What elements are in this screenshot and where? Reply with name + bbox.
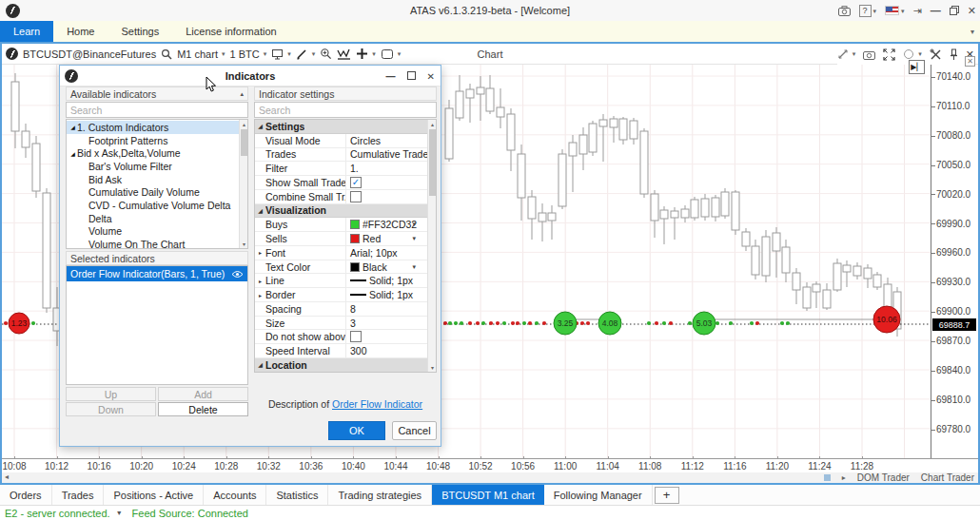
settings-row-font[interactable]: ▸FontArial; 10px [255, 246, 427, 260]
settings-search-input[interactable] [254, 102, 437, 118]
workspace-tab-following-manager[interactable]: Following Manager [544, 485, 653, 505]
dialog-title-bar[interactable]: Indicators — ✕ [60, 66, 441, 87]
close-icon[interactable]: ✕ [968, 6, 976, 16]
resize-arrows-icon[interactable]: ▾ [837, 48, 856, 60]
maximize-icon[interactable] [407, 71, 416, 82]
tree-item-1-custom-indicators[interactable]: ◢1. Custom Indicators [67, 121, 239, 134]
row-expander-icon[interactable]: ▸ [255, 292, 265, 299]
add-button[interactable]: Add [158, 387, 248, 401]
zoom-in-icon[interactable] [320, 48, 332, 60]
scroll-down-icon[interactable]: ▾ [428, 364, 437, 371]
ribbon-tab-home[interactable]: Home [53, 21, 108, 42]
workspace-tab-orders[interactable]: Orders [0, 485, 52, 505]
dropdown-icon[interactable]: ▾ [412, 235, 416, 242]
workspace-tab-btcusdt-m1-chart[interactable]: BTCUSDT M1 chart [432, 485, 544, 505]
settings-row-line[interactable]: ▸LineSolid; 1px [255, 274, 427, 288]
setting-value[interactable]: 3 [345, 317, 427, 330]
checkbox[interactable]: ✓ [350, 177, 362, 188]
camera-icon[interactable] [863, 49, 875, 60]
workspace-tab-trades[interactable]: Trades [52, 485, 105, 505]
indicator-description-link[interactable]: Order Flow Indicator [332, 398, 422, 410]
workspace-tab-statistics[interactable]: Statistics [266, 485, 328, 505]
language-flag-icon[interactable]: ▾ [885, 6, 905, 15]
tree-expander-icon[interactable]: ◢ [69, 150, 77, 157]
chart-scrollbar[interactable]: ◂ ▸ DOM Trader Chart Trader [2, 472, 978, 483]
setting-value[interactable]: 300 [345, 344, 427, 357]
scroll-left-icon[interactable]: ◂ [5, 472, 9, 481]
tree-item-footprint-patterns[interactable]: Footprint Patterns [67, 134, 239, 147]
setting-value[interactable] [345, 330, 427, 343]
settings-group-location[interactable]: ◢Location [255, 358, 427, 373]
square-icon[interactable]: ▾ [381, 48, 402, 60]
ribbon-tab-settings[interactable]: Settings [108, 21, 172, 42]
setting-value[interactable] [345, 190, 427, 203]
cancel-button[interactable]: Cancel [392, 421, 437, 440]
settings-scrollbar[interactable]: ▴ ▾ [427, 120, 436, 372]
scroll-up-icon[interactable]: ▴ [240, 121, 248, 127]
setting-value[interactable]: 8 [345, 302, 427, 316]
settings-row-do-not-show-abov-[interactable]: Do not show abov... [255, 330, 427, 344]
tree-item-bar-s-volume-filter[interactable]: Bar's Volume Filter [67, 160, 239, 173]
tree-expander-icon[interactable]: ◢ [69, 124, 77, 130]
workspace-tab-positions-active[interactable]: Positions - Active [104, 485, 204, 505]
ribbon-collapse-icon[interactable]: ▾ [970, 28, 974, 36]
row-expander-icon[interactable]: ▸ [255, 249, 265, 256]
trader-mode-icon[interactable] [824, 474, 831, 481]
group-expander-icon[interactable]: ◢ [255, 361, 265, 368]
tree-item-bid-x-ask-delta-volume[interactable]: ◢Bid x Ask,Delta,Volume [67, 146, 239, 160]
tree-item-volume[interactable]: Volume [67, 225, 239, 239]
settings-group-settings[interactable]: ◢Settings [255, 120, 427, 134]
tree-item-bid-ask[interactable]: Bid Ask [67, 173, 239, 186]
settings-row-visual-mode[interactable]: Visual ModeCircles [255, 134, 427, 148]
timeframe-selector[interactable]: M1 chart▾ [177, 48, 225, 60]
setting-value[interactable]: Circles [345, 134, 427, 147]
volume-selector[interactable]: 1 BTC▾ [229, 48, 266, 60]
tree-item-volume-on-the-chart[interactable]: Volume On The Chart [67, 238, 239, 249]
tree-scrollbar[interactable]: ▴ ▾ [239, 120, 247, 248]
selected-indicator-item[interactable]: Order Flow Indicator(Bars, 1, True) [67, 266, 247, 281]
tools-icon[interactable] [930, 48, 942, 61]
time-axis[interactable]: 10:0810:1210:1610:2010:2410:2810:3210:36… [2, 458, 978, 472]
chart-trader-toggle[interactable]: Chart Trader [921, 472, 974, 483]
tree-item-delta[interactable]: Delta [67, 212, 239, 225]
monitor-icon[interactable]: ▾ [271, 48, 291, 60]
settings-group-visualization[interactable]: ◢Visualization [255, 204, 427, 219]
tree-item-cumulative-daily-volume[interactable]: Cumulative Daily Volume [67, 185, 239, 199]
dom-trader-toggle[interactable]: DOM Trader [857, 472, 910, 483]
pin-icon[interactable] [950, 48, 958, 61]
settings-row-filter[interactable]: Filter1. [255, 162, 427, 176]
group-expander-icon[interactable]: ◢ [255, 207, 265, 214]
tree-item-cvd-cumulative-volume-delta[interactable]: CVD - Cumulative Volume Delta [67, 199, 239, 212]
setting-value[interactable]: 1. [345, 162, 427, 175]
dock-icon[interactable]: ⇥ [913, 6, 922, 16]
expand-icon[interactable] [883, 48, 895, 61]
available-indicators-header[interactable]: Available indicators▴ [66, 87, 248, 101]
circle-icon[interactable]: ▾ [903, 48, 922, 60]
settings-row-text-color[interactable]: Text Color▾Black [255, 260, 427, 275]
row-expander-icon[interactable]: ▸ [255, 278, 265, 284]
ok-button[interactable]: OK [328, 421, 385, 440]
workspace-tab-accounts[interactable]: Accounts [204, 485, 266, 505]
ribbon-tab-learn[interactable]: Learn [0, 21, 53, 42]
camera-icon[interactable] [838, 6, 851, 16]
minimize-icon[interactable]: — [931, 6, 941, 16]
checkbox[interactable] [350, 191, 362, 202]
checkbox[interactable] [350, 331, 362, 342]
minimize-icon[interactable]: — [386, 71, 396, 82]
available-search-input[interactable] [66, 102, 248, 118]
settings-row-border[interactable]: ▸BorderSolid; 1px [255, 288, 427, 302]
dropdown-icon[interactable]: ▾ [412, 263, 416, 271]
settings-row-size[interactable]: Size3 [255, 317, 427, 331]
connection-dropdown-icon[interactable]: ▼ [116, 510, 123, 516]
scroll-up-icon[interactable]: ▴ [428, 121, 437, 127]
down-button[interactable]: Down [66, 402, 156, 416]
plus-icon[interactable]: ▾ [356, 48, 376, 60]
price-axis[interactable]: 69888.7 70140.070110.070080.070050.07002… [931, 65, 978, 458]
group-expander-icon[interactable]: ◢ [255, 123, 265, 129]
axis-settings-icon[interactable]: ✕ [965, 56, 975, 67]
workspace-tab-trading-strategies[interactable]: Trading strategies [328, 485, 432, 505]
pencil-icon[interactable]: ▾ [296, 48, 316, 60]
settings-row-sells[interactable]: Sells▾Red [255, 232, 427, 246]
ribbon-tab-license-information[interactable]: License information [172, 21, 289, 42]
settings-row-spacing[interactable]: Spacing8 [255, 302, 427, 317]
